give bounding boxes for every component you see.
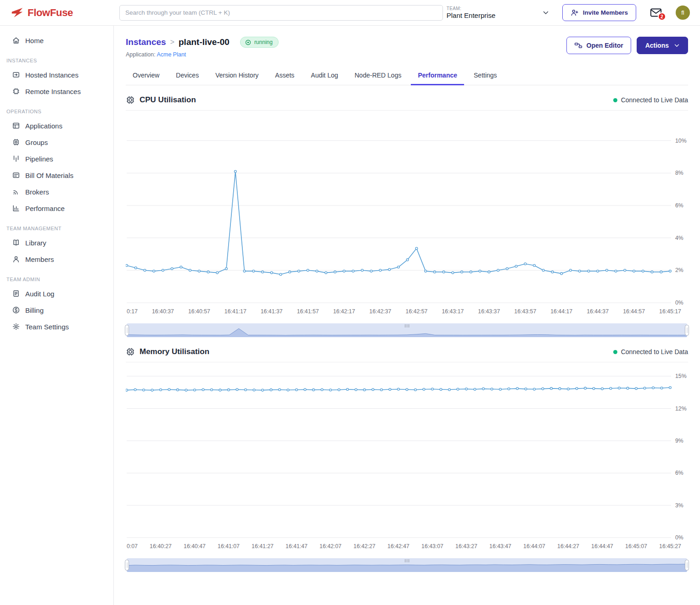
svg-text:0:17: 0:17 [127,308,138,315]
sidebar-item-bill-of-materials[interactable]: Bill Of Materials [0,167,113,183]
pipelines-icon [12,155,20,163]
cpu-navigator-left-handle[interactable] [125,325,129,336]
svg-text:16:42:57: 16:42:57 [406,308,428,315]
svg-text:16:41:37: 16:41:37 [261,308,283,315]
svg-text:15%: 15% [675,373,687,379]
cpu-navigator-grip[interactable] [405,324,409,327]
svg-text:6%: 6% [675,470,683,476]
notifications-button[interactable]: 2 [650,8,662,17]
memory-live-status: Connected to Live Data [613,348,688,355]
sidebar-item-home[interactable]: Home [0,32,113,49]
sidebar-item-brokers[interactable]: Brokers [0,183,113,200]
cpu-navigator-right-handle[interactable] [685,325,689,336]
svg-text:16:42:47: 16:42:47 [387,543,409,549]
svg-text:16:44:17: 16:44:17 [550,308,572,315]
sidebar-item-library[interactable]: Library [0,234,113,251]
team-name: Plant Enterprise [447,11,496,19]
chevron-down-icon [543,11,549,15]
sidebar-item-team-settings[interactable]: Team Settings [0,318,113,335]
tab-node-red-logs[interactable]: Node-RED Logs [348,67,409,85]
hosted-instances-icon [12,71,20,79]
svg-text:16:40:37: 16:40:37 [152,308,174,315]
sidebar-item-label: Brokers [25,188,49,196]
sidebar-item-remote-instances[interactable]: Remote Instances [0,83,113,100]
notification-badge: 2 [658,12,666,21]
avatar[interactable]: fl [676,6,690,20]
instance-tabs: Overview Devices Version History Assets … [126,67,688,85]
sidebar-item-label: Groups [25,139,48,146]
team-search [119,5,443,21]
breadcrumb-instances-link[interactable]: Instances [126,37,166,47]
breadcrumb-separator: > [170,38,174,46]
sidebar-item-groups[interactable]: Groups [0,134,113,150]
topbar-right: TEAM: Plant Enterprise Invite Members 2 … [447,4,690,21]
svg-text:2%: 2% [675,267,683,273]
sidebar-item-hosted-instances[interactable]: Hosted Instances [0,67,113,83]
sidebar-item-members[interactable]: Members [0,251,113,267]
sidebar-item-label: Home [25,37,44,44]
tab-assets[interactable]: Assets [268,67,301,85]
application-link[interactable]: Acme Plant [157,51,186,58]
cpu-live-status: Connected to Live Data [613,96,688,104]
search-input[interactable] [119,5,443,21]
sidebar-item-label: Bill Of Materials [25,172,73,179]
svg-text:16:41:07: 16:41:07 [218,543,240,549]
svg-text:0%: 0% [675,534,683,541]
sidebar-item-applications[interactable]: Applications [0,117,113,134]
tab-version-history[interactable]: Version History [208,67,265,85]
memory-navigator-left-handle[interactable] [125,560,129,571]
remote-instances-icon [12,87,20,95]
application-label: Application: [126,51,156,58]
svg-text:16:41:57: 16:41:57 [297,308,319,315]
tab-settings[interactable]: Settings [467,67,504,85]
cpu-section-title: CPU Utilisation [140,95,196,105]
svg-text:16:44:37: 16:44:37 [587,308,609,315]
sidebar-item-performance[interactable]: Performance [0,200,113,216]
memory-chart-navigator[interactable] [127,558,687,572]
tab-performance[interactable]: Performance [411,67,464,85]
invite-members-button[interactable]: Invite Members [562,4,636,21]
flowfuse-logo[interactable]: FlowFuse [10,7,89,19]
tab-overview[interactable]: Overview [126,67,166,85]
svg-text:8%: 8% [675,170,683,176]
avatar-initials: fl [681,9,684,16]
svg-text:16:43:47: 16:43:47 [489,543,511,549]
svg-text:16:44:07: 16:44:07 [523,543,545,549]
svg-text:16:43:57: 16:43:57 [514,308,536,315]
memory-navigator-grip[interactable] [405,559,409,562]
sidebar-item-pipelines[interactable]: Pipelines [0,150,113,167]
svg-text:16:41:27: 16:41:27 [252,543,274,549]
page-header: Instances > plant-live-00 running Applic… [126,37,688,58]
team-text: TEAM: Plant Enterprise [447,6,496,19]
memory-navigator-right-handle[interactable] [685,560,689,571]
svg-text:10%: 10% [675,138,687,144]
sidebar-section-operations: OPERATIONS [0,100,113,117]
audit-log-icon [12,289,20,298]
svg-text:16:45:07: 16:45:07 [625,543,647,549]
sidebar-item-audit-log[interactable]: Audit Log [0,285,113,302]
sidebar-section-instances: INSTANCES [0,49,113,67]
memory-chip-icon [126,347,135,356]
cpu-chart-navigator[interactable] [127,323,687,337]
library-icon [12,239,20,247]
breadcrumb: Instances > plant-live-00 running [126,37,279,48]
actions-button[interactable]: Actions [637,37,688,54]
billing-icon [12,306,20,314]
memory-chart: 0%3%6%9%12%15%0:0716:40:2716:40:4716:41:… [126,363,688,554]
team-selector[interactable]: TEAM: Plant Enterprise [447,6,549,19]
sidebar-item-billing[interactable]: Billing [0,302,113,318]
applications-icon [12,122,20,130]
tab-audit-log[interactable]: Audit Log [304,67,345,85]
svg-text:6%: 6% [675,202,683,209]
sidebar-item-label: Team Settings [25,323,69,331]
open-editor-button[interactable]: Open Editor [566,37,631,54]
sidebar-section-team-admin: TEAM ADMIN [0,267,113,285]
tab-devices[interactable]: Devices [169,67,206,85]
svg-text:16:41:17: 16:41:17 [224,308,246,315]
svg-text:4%: 4% [675,235,683,241]
invite-members-label: Invite Members [583,9,628,16]
cpu-chart: 0%2%4%6%8%10%0:1716:40:3716:40:5716:41:1… [126,111,688,319]
memory-section-header: Memory Utilisation Connected to Live Dat… [126,347,688,362]
bill-of-materials-icon [12,171,20,179]
sidebar-section-team-management: TEAM MANAGEMENT [0,216,113,234]
